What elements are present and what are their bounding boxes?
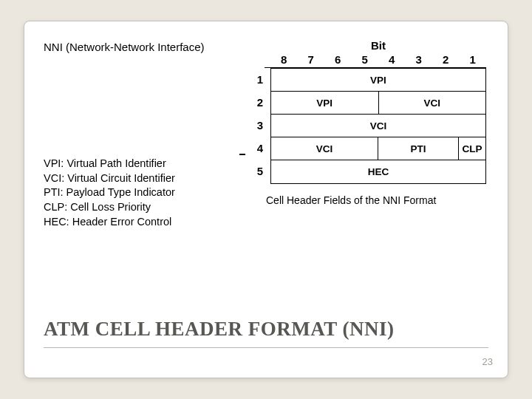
def-hec: HEC: Header Error Control <box>44 215 232 230</box>
bit-col: 4 <box>378 53 406 66</box>
row-num: 1 <box>250 68 270 91</box>
grid-wrap: 1 2 3 4 5 VPI VPI VCI <box>250 68 486 184</box>
right-column: Bit 8 7 6 5 4 3 2 1 1 2 3 <box>245 36 488 230</box>
field-vci: VCI <box>379 92 486 114</box>
title-rule <box>44 347 488 348</box>
def-pti: PTI: Payload Type Indicator <box>44 185 232 200</box>
cell-header-diagram: Bit 8 7 6 5 4 3 2 1 1 2 3 <box>250 39 486 206</box>
interface-heading: NNI (Network-Network Interface) <box>44 41 232 53</box>
bit-col: 6 <box>324 53 352 66</box>
row-numbers: 1 2 3 4 5 <box>250 68 270 184</box>
table-row: VCI <box>271 115 485 137</box>
page-title: ATM CELL HEADER FORMAT (NNI) <box>44 318 395 341</box>
field-vpi: VPI <box>271 92 379 114</box>
bit-col: 2 <box>432 53 460 66</box>
field-pti: PTI <box>378 137 459 160</box>
bit-col: 5 <box>352 53 379 66</box>
table-row: VPI VCI <box>271 92 485 115</box>
bit-axis-label: Bit <box>270 39 486 52</box>
field-vci: VCI <box>271 115 485 137</box>
row-num: 2 <box>250 91 270 114</box>
row-num: 4 <box>250 137 270 160</box>
diagram-caption: Cell Header Fields of the NNI Format <box>266 194 486 206</box>
table-row: VPI <box>271 69 485 92</box>
slide: NNI (Network-Network Interface) VPI: Vir… <box>24 21 508 378</box>
table-row: HEC <box>271 160 485 183</box>
field-hec: HEC <box>271 160 485 183</box>
definitions-list: VPI: Virtual Path Identifier VCI: Virtua… <box>44 157 232 230</box>
field-vpi: VPI <box>271 69 485 91</box>
bit-col: 3 <box>406 53 433 66</box>
row-num: 5 <box>250 160 270 183</box>
def-vci: VCI: Virtual Circuit Identifier <box>44 171 232 186</box>
bit-col: 7 <box>298 53 325 66</box>
def-clp: CLP: Cell Loss Priority <box>44 200 232 215</box>
field-vci: VCI <box>271 137 378 160</box>
content-row: NNI (Network-Network Interface) VPI: Vir… <box>44 36 488 230</box>
field-clp: CLP <box>459 137 485 160</box>
table-row: VCI PTI CLP <box>271 137 485 160</box>
page-number: 23 <box>482 356 493 367</box>
def-vpi: VPI: Virtual Path Identifier <box>44 157 232 171</box>
bit-col: 1 <box>460 53 487 66</box>
bit-numbers-row: 8 7 6 5 4 3 2 1 <box>270 53 486 66</box>
bit-col: 8 <box>270 53 298 66</box>
header-grid: VPI VPI VCI VCI VCI PTI CLP <box>270 68 486 184</box>
row-num: 3 <box>250 114 270 137</box>
left-column: NNI (Network-Network Interface) VPI: Vir… <box>44 36 232 230</box>
